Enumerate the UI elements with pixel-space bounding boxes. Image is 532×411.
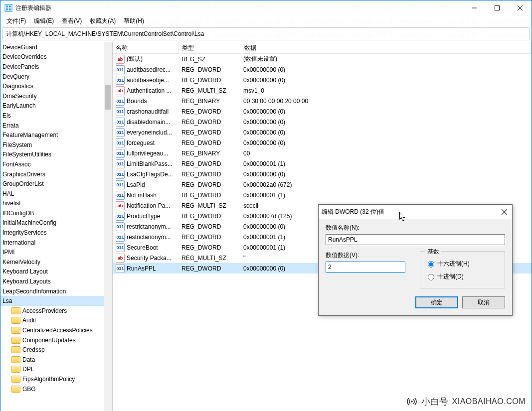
value-row[interactable]: 011LimitBlankPass...REG_DWORD0x00000001 …	[113, 158, 532, 169]
tree-item-label: DeviceOverrides	[2, 53, 47, 60]
tree-item[interactable]: Keyboard Layout	[0, 267, 112, 277]
tree-item[interactable]: HAL	[0, 189, 112, 199]
tree-item[interactable]: ComponentUpdates	[0, 335, 112, 345]
value-row[interactable]: 011everyoneinclud...REG_DWORD0x00000000 …	[113, 127, 532, 137]
value-data-input[interactable]	[326, 262, 405, 273]
address-path: 计算机\HKEY_LOCAL_MACHINE\SYSTEM\CurrentCon…	[3, 30, 207, 38]
tree-item-label: GroupOrderList	[2, 180, 44, 187]
tree-item[interactable]: LeapSecondInformation	[0, 286, 112, 296]
tree-item[interactable]: FontAssoc	[0, 159, 112, 169]
scrollbar-thumb[interactable]	[105, 85, 111, 110]
tree-item[interactable]: EarlyLaunch	[0, 101, 112, 111]
tree-item[interactable]: Data	[0, 355, 112, 365]
tree-item[interactable]: FileSystemUtilities	[0, 150, 112, 160]
radio-hex-input[interactable]	[428, 261, 434, 268]
value-name: restrictanonym...	[127, 223, 171, 230]
value-name: crashonauditfail	[127, 108, 169, 115]
tree-item-label: CentralizedAccessPolicies	[22, 327, 93, 334]
tree-item[interactable]: DeviceGuard	[0, 42, 112, 52]
menu-item[interactable]: 文件(F)	[2, 16, 30, 26]
tree-item-label: Keyboard Layout	[2, 268, 48, 275]
radio-dec-input[interactable]	[428, 274, 434, 280]
menu-item[interactable]: 查看(V)	[58, 16, 86, 26]
binary-value-icon: 011	[116, 191, 125, 200]
tree-item[interactable]: Audit	[0, 316, 112, 326]
value-row[interactable]: 011crashonauditfailREG_DWORD0x00000000 (…	[113, 106, 532, 117]
tree-item[interactable]: GBG	[0, 384, 112, 394]
tree-item[interactable]: GroupOrderList	[0, 179, 112, 189]
tree-item-label: Errata	[2, 122, 19, 129]
tree-item[interactable]: GraphicsDrivers	[0, 169, 112, 179]
value-row[interactable]: 011auditbasedirec...REG_DWORD0x00000000 …	[113, 64, 532, 75]
binary-value-icon: 011	[116, 222, 125, 231]
value-row[interactable]: 011fullprivilegeau...REG_BINARY00	[113, 148, 532, 158]
dialog-title: 编辑 DWORD (32 位)值	[319, 205, 512, 219]
binary-value-icon: 011	[116, 233, 125, 242]
tree-item-selected[interactable]: Lsa	[0, 296, 112, 306]
value-name: auditbasedirec...	[127, 66, 171, 73]
maximize-button[interactable]	[486, 0, 509, 15]
value-row[interactable]: 011disabledomain...REG_DWORD0x00000000 (…	[113, 117, 532, 127]
tree-item[interactable]: DevQuery	[0, 72, 112, 82]
tree-item[interactable]: Diagnostics	[0, 81, 112, 91]
tree-item[interactable]: DmaSecurity	[0, 91, 112, 101]
col-type[interactable]: 类型	[179, 42, 241, 53]
menu-item[interactable]: 帮助(H)	[120, 16, 148, 26]
value-row[interactable]: 011forceguestREG_DWORD0x00000000 (0)	[113, 137, 532, 148]
value-name-input[interactable]	[326, 234, 505, 245]
radio-dec[interactable]: 十进制(D)	[425, 271, 500, 282]
value-row[interactable]: abAuthentication ...REG_MULTI_SZmsv1_0	[113, 85, 532, 96]
ok-button[interactable]: 确定	[415, 296, 458, 308]
minimize-button[interactable]	[463, 0, 486, 15]
binary-value-icon: 011	[116, 264, 125, 273]
binary-value-icon: 011	[116, 107, 125, 116]
tree-pane[interactable]: DeviceGuardDeviceOverridesDevicePanelsDe…	[0, 42, 113, 411]
tree-item[interactable]: InitialMachineConfig	[0, 218, 112, 228]
tree-scrollbar[interactable]	[104, 42, 112, 411]
value-row[interactable]: 011LsaCfgFlagsDe...REG_DWORD0x00000000 (…	[113, 169, 532, 179]
value-row[interactable]: ab(默认)REG_SZ(数值未设置)	[113, 54, 532, 64]
tree-item-label: FileSystem	[2, 141, 32, 148]
tree-item[interactable]: Errata	[0, 121, 112, 131]
tree-item[interactable]: FeatureManagement	[0, 130, 112, 140]
tree-item[interactable]: AccessProviders	[0, 306, 112, 316]
value-type: REG_DWORD	[178, 160, 240, 167]
tree-item[interactable]: DPL	[0, 365, 112, 375]
dialog-close-button[interactable]	[499, 207, 509, 217]
col-data[interactable]: 数据	[241, 42, 532, 53]
value-row[interactable]: 011auditbaseobje...REG_DWORD0x00000000 (…	[113, 75, 532, 85]
binary-value-icon: 011	[116, 180, 125, 189]
binary-value-icon: 011	[116, 76, 125, 85]
menu-item[interactable]: 编辑(E)	[30, 16, 58, 26]
tree-item[interactable]: Credssp	[0, 345, 112, 355]
value-row[interactable]: 011NoLmHashREG_DWORD0x00000001 (1)	[113, 190, 532, 200]
value-row[interactable]: 011BoundsREG_BINARY00 30 00 00 00 20 00 …	[113, 96, 532, 106]
tree-item[interactable]: Keyboard Layouts	[0, 276, 112, 286]
radio-hex[interactable]: 十六进制(H)	[425, 258, 500, 269]
tree-item[interactable]: DeviceOverrides	[0, 52, 112, 62]
base-fieldset: 基数 十六进制(H) 十进制(D)	[420, 251, 505, 288]
menu-item[interactable]: 收藏夹(A)	[86, 16, 120, 26]
cancel-button[interactable]: 取消	[462, 296, 505, 308]
value-row[interactable]: 011LsaPidREG_DWORD0x000002a0 (672)	[113, 179, 532, 190]
tree-item-label: DmaSecurity	[2, 93, 37, 100]
tree-item[interactable]: IDConfigDB	[0, 208, 112, 218]
tree-item[interactable]: FileSystem	[0, 140, 112, 150]
tree-item[interactable]: DevicePanels	[0, 62, 112, 72]
tree-item[interactable]: FipsAlgorithmPolicy	[0, 374, 112, 384]
tree-item[interactable]: IPMI	[0, 247, 112, 257]
list-header[interactable]: 名称 类型 数据	[113, 42, 532, 54]
tree-item[interactable]: hivelist	[0, 199, 112, 209]
tree-item[interactable]: CentralizedAccessPolicies	[0, 325, 112, 335]
tree-item[interactable]: International	[0, 238, 112, 248]
value-name: SecureBoot	[127, 244, 158, 251]
tree-item[interactable]: KernelVelocity	[0, 257, 112, 267]
tree-item[interactable]: IntegrityServices	[0, 228, 112, 238]
value-type: REG_MULTI_SZ	[178, 87, 240, 94]
watermark-brand: 小白号 XIAOBAIHAO.COM	[403, 395, 529, 409]
tree-item-label: FileSystemUtilities	[2, 151, 51, 158]
address-bar[interactable]: 计算机\HKEY_LOCAL_MACHINE\SYSTEM\CurrentCon…	[2, 27, 530, 40]
close-button[interactable]	[509, 0, 532, 15]
col-name[interactable]: 名称	[113, 42, 179, 53]
tree-item[interactable]: Els	[0, 111, 112, 121]
